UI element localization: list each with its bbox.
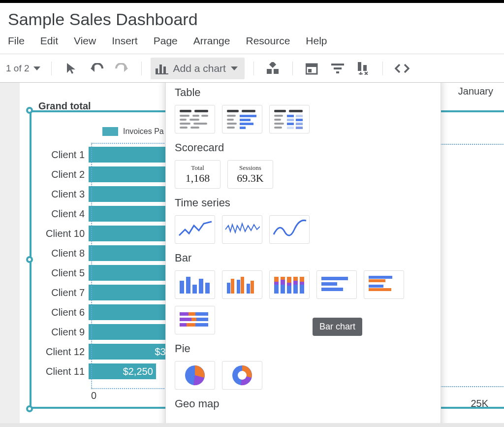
menu-file[interactable]: File [8,35,25,47]
bar-label: Client 1 [39,149,85,161]
canvas[interactable]: January Grand total 25K Invoices Pa Clie… [0,83,504,423]
data-icon [357,62,370,75]
svg-rect-38 [274,115,283,117]
bar-label: Client 6 [39,307,85,318]
bar-label: Client 4 [39,208,85,220]
separator [292,62,293,75]
separator [51,62,52,75]
svg-rect-81 [369,285,383,288]
document-title[interactable]: Sample Sales Dashboard [0,3,504,31]
chart-type-table-1[interactable] [175,105,215,133]
filter-icon [331,64,344,73]
selection-handle-sw[interactable] [26,405,33,412]
chevron-down-icon [33,66,40,70]
bar-label: Client 9 [39,327,85,338]
chart-type-scorecard-1[interactable]: Total 1,168 [175,160,220,189]
tooltip-bar-chart: Bar chart [313,318,362,336]
svg-rect-80 [369,279,385,282]
cursor-select-button[interactable] [61,58,81,79]
bar-label: Client 3 [39,189,85,200]
svg-rect-20 [180,119,187,121]
menu-page[interactable]: Page [154,35,178,47]
add-chart-button[interactable]: Add a chart [151,58,245,79]
svg-rect-13 [358,62,361,71]
chart-type-column-grouped[interactable] [222,270,262,299]
chart-type-bar-h-grouped[interactable] [364,270,404,299]
separator [382,62,383,75]
svg-rect-28 [227,115,236,117]
data-control-button[interactable] [353,58,374,79]
svg-rect-82 [369,288,391,291]
svg-rect-29 [240,115,256,117]
panel-section-geo: Geo map [175,397,432,410]
svg-rect-9 [308,69,312,72]
redo-button[interactable] [112,58,132,79]
svg-rect-2 [163,66,166,74]
svg-rect-84 [180,312,189,316]
chevron-down-icon [231,66,238,70]
date-range-button[interactable] [302,58,322,79]
toolbar: 1 of 2 Add a chart [0,54,504,83]
svg-rect-51 [186,277,190,294]
svg-rect-12 [336,71,339,73]
menu-insert[interactable]: Insert [112,35,138,47]
svg-rect-74 [300,277,304,282]
chart-type-bar-h[interactable] [316,270,357,299]
x-axis-zero: 0 [91,390,96,401]
embed-button[interactable] [392,58,412,79]
chart-type-column-stacked[interactable] [269,270,310,299]
menu-bar: File Edit View Insert Page Arrange Resou… [0,31,504,54]
table-bars-icon [225,108,259,131]
menu-resource[interactable]: Resource [246,35,290,47]
filter-control-button[interactable] [327,58,348,79]
svg-rect-11 [334,67,342,69]
svg-rect-85 [189,312,195,316]
month-label: January [458,86,493,97]
selection-handle-nw[interactable] [26,107,33,114]
svg-rect-78 [321,288,343,291]
chart-type-line-smooth[interactable] [269,215,310,244]
code-icon [395,64,410,73]
svg-rect-58 [241,277,244,294]
chart-type-table-2[interactable] [222,105,262,133]
redo-icon [114,63,130,74]
line-icon [177,219,213,240]
page-indicator[interactable]: 1 of 2 [4,61,42,76]
svg-rect-22 [180,123,190,125]
svg-rect-56 [231,279,234,294]
panel-section-pie: Pie [175,342,432,355]
chart-type-bar-h-stacked[interactable] [175,306,215,334]
svg-rect-76 [321,277,348,280]
svg-rect-21 [189,119,199,121]
menu-view[interactable]: View [74,35,96,47]
chart-type-pie[interactable] [175,361,215,390]
menu-help[interactable]: Help [306,35,327,47]
chart-type-scorecard-2[interactable]: Sessions 69.3K [227,160,273,189]
svg-rect-50 [180,281,184,294]
svg-rect-15 [180,110,191,112]
svg-rect-63 [274,282,279,285]
undo-button[interactable] [86,58,107,79]
community-visualizations-button[interactable] [263,58,284,79]
chart-type-line-1[interactable] [175,215,215,244]
menu-edit[interactable]: Edit [40,35,58,47]
donut-icon [230,363,254,388]
panel-section-scorecard: Scorecard [175,141,432,154]
panel-section-time-series: Time series [175,197,432,209]
table-heatmap-icon [272,108,307,131]
panel-section-bar: Bar [175,252,432,264]
svg-rect-10 [331,64,344,66]
menu-arrange[interactable]: Arrange [193,35,230,47]
chart-type-table-3[interactable] [269,105,310,133]
svg-rect-39 [287,115,294,117]
chart-type-column[interactable] [175,270,215,299]
svg-rect-59 [247,284,250,294]
chart-type-donut[interactable] [222,361,262,390]
scorecard-value: 1,168 [186,172,210,185]
svg-rect-3 [156,73,168,74]
axis-tick-right: 25K [471,398,488,409]
svg-rect-42 [287,119,294,121]
separator [141,62,142,75]
selection-handle-w[interactable] [26,256,33,263]
chart-type-sparkline[interactable] [222,215,262,244]
